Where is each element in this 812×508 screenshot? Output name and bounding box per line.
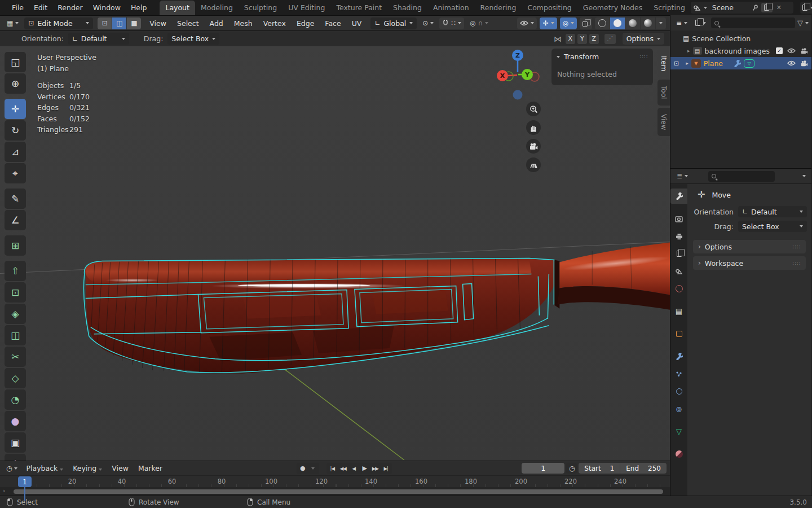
frame-end-field[interactable]: End250 [620, 465, 667, 472]
filter-caret[interactable] [805, 22, 809, 24]
properties-options-caret[interactable] [802, 175, 806, 177]
menu-file[interactable]: File [7, 1, 29, 14]
options-dropdown[interactable]: Options [623, 33, 664, 45]
menu-window[interactable]: Window [88, 1, 126, 14]
snap-target-icon[interactable]: ∷ [451, 20, 456, 27]
outliner-editor-type-button[interactable]: ≡ [673, 17, 690, 29]
tab-compositing[interactable]: Compositing [522, 1, 577, 15]
scene-name[interactable]: Scene [710, 3, 749, 12]
prev-keyframe-button[interactable]: ◀◀ [338, 463, 348, 474]
menu-face[interactable]: Face [321, 17, 345, 30]
tab-object-data[interactable]: ▽ [670, 424, 687, 439]
current-frame-field[interactable]: 1 [522, 463, 564, 474]
outliner-row-backround-images[interactable]: ▸ ▤ backround images ✓ [670, 45, 811, 57]
tab-modifiers[interactable] [670, 349, 687, 364]
options-panel-header[interactable]: › Options ∷∷ [693, 240, 806, 253]
timeline-editor-type-button[interactable]: ◷ [3, 462, 20, 474]
overlays-toggle[interactable]: ◎ [560, 17, 577, 29]
disclosure-icon[interactable]: ▸ [686, 60, 689, 66]
disclosure-icon[interactable]: ▸ [687, 48, 690, 54]
menu-edit[interactable]: Edit [29, 1, 52, 14]
tool-spin[interactable]: ◔ [5, 389, 26, 410]
tool-rotate[interactable]: ↻ [5, 120, 26, 141]
viewlayer-icon[interactable] [802, 5, 807, 11]
viewport-3d[interactable]: ◱ ⊕ ✛ ↻ ⊿ ⌖ ✎ ∠ ⊞ ⇧ ⊡ ◈ ◫ ✂ ◇ ◔ ● [0, 46, 670, 461]
next-keyframe-button[interactable]: ▶▶ [370, 463, 381, 474]
tool-rip-edge[interactable]: ✣ [5, 454, 26, 461]
tab-constraints[interactable]: ⊚ [670, 401, 687, 417]
pan-button[interactable] [526, 120, 541, 135]
tab-render[interactable] [670, 211, 687, 226]
snap-magnet-icon[interactable] [442, 20, 449, 27]
exclude-checkbox[interactable]: ✓ [776, 47, 783, 54]
orthographic-toggle-button[interactable] [526, 157, 541, 172]
keying-set-caret[interactable] [308, 463, 319, 474]
tool-loop-cut[interactable]: ◫ [5, 325, 26, 345]
jump-end-button[interactable]: ▶| [381, 463, 391, 474]
tab-tool[interactable] [670, 189, 687, 204]
menu-uv[interactable]: UV [348, 17, 366, 30]
scene-new-button[interactable] [761, 3, 773, 12]
hide-eye-icon[interactable] [787, 48, 796, 54]
navigation-gizmo[interactable]: Z X Y [493, 50, 545, 103]
editor-type-button[interactable]: ▦ [4, 17, 21, 29]
sidebar-tab-tool[interactable]: Tool [657, 80, 670, 105]
xray-toggle[interactable] [580, 17, 592, 29]
face-select-button[interactable]: ■ [127, 17, 141, 29]
tab-modeling[interactable]: Modeling [195, 1, 239, 15]
menu-mesh[interactable]: Mesh [230, 17, 257, 30]
menu-edge[interactable]: Edge [293, 17, 318, 30]
tab-output[interactable] [670, 229, 687, 244]
tab-scripting[interactable]: Scripting [648, 1, 691, 15]
outliner-display-mode-button[interactable] [692, 17, 709, 29]
timeline-ruler[interactable]: 1 20 40 60 80 100 120 140 160 180 200 22… [0, 475, 670, 487]
hide-eye-icon[interactable] [787, 60, 796, 66]
falloff-curve-icon[interactable]: ∩ [478, 20, 483, 27]
tool-knife[interactable]: ✂ [5, 347, 26, 367]
outliner-row-scene-collection[interactable]: ▤ Scene Collection [670, 32, 811, 45]
tool-select-box[interactable]: ◱ [5, 52, 26, 72]
tab-sculpting[interactable]: Sculpting [239, 1, 283, 15]
tool-scale[interactable]: ⊿ [5, 142, 26, 162]
mirror-y-button[interactable]: Y [577, 34, 587, 44]
menu-keying[interactable]: Keying [69, 462, 106, 475]
falloff-caret[interactable] [485, 22, 488, 24]
zoom-button[interactable] [526, 102, 541, 116]
proportional-editing-icon[interactable]: ◎ [470, 20, 475, 27]
play-button[interactable]: ▶ [359, 463, 370, 474]
tool-annotate[interactable]: ✎ [5, 189, 26, 209]
tool-smooth[interactable]: ● [5, 411, 26, 431]
tab-geometry-nodes[interactable]: Geometry Nodes [577, 1, 648, 15]
timeline-scrollbar[interactable] [14, 489, 663, 494]
mirror-z-button[interactable]: Z [589, 34, 599, 44]
tab-layout[interactable]: Layout [160, 1, 195, 15]
vertex-select-button[interactable]: ⊡ [98, 17, 112, 29]
menu-select[interactable]: Select [173, 17, 203, 30]
grip-icon[interactable]: ∷∷ [639, 54, 648, 60]
shading-wireframe-button[interactable] [595, 17, 610, 29]
grip-icon[interactable]: ∷∷ [792, 260, 801, 266]
menu-playback[interactable]: Playback [22, 462, 67, 475]
tab-material[interactable] [670, 446, 687, 462]
tool-measure[interactable]: ∠ [5, 210, 26, 230]
tab-object[interactable] [670, 326, 687, 341]
tab-rendering[interactable]: Rendering [475, 1, 522, 15]
camera-view-button[interactable] [526, 139, 541, 154]
tool-add-cube[interactable]: ⊞ [5, 235, 26, 256]
tool-bevel[interactable]: ◈ [5, 304, 26, 324]
shading-material-button[interactable] [625, 17, 640, 29]
tab-texture-paint[interactable]: Texture Paint [330, 1, 387, 15]
outliner-search-input[interactable] [711, 17, 795, 28]
orientation-prop-dropdown[interactable]: ∟ Default [738, 206, 807, 217]
tab-physics[interactable] [670, 384, 687, 399]
gizmos-toggle[interactable]: ✢ [540, 17, 557, 29]
grip-icon[interactable]: ∷∷ [792, 244, 801, 250]
orientation-setting-dropdown[interactable]: ∟ Default [68, 33, 129, 45]
modifier-wrench-icon[interactable] [734, 60, 741, 67]
shading-rendered-button[interactable] [641, 17, 655, 29]
menu-view-timeline[interactable]: View [108, 462, 133, 475]
mirror-x-button[interactable]: X [566, 34, 575, 44]
tool-cursor[interactable]: ⊕ [5, 73, 26, 94]
menu-help[interactable]: Help [126, 1, 152, 14]
scene-unlink-icon[interactable]: ✕ [775, 4, 783, 11]
